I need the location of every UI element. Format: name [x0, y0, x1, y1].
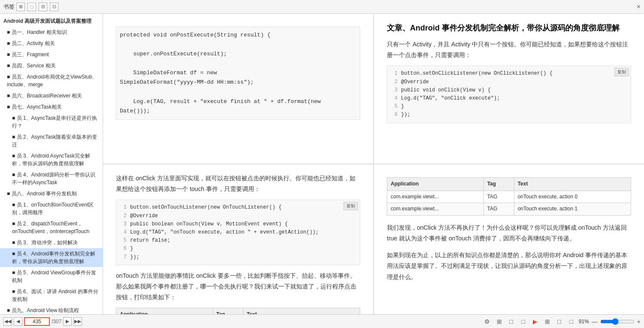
sidebar-item-s1[interactable]: ■ 员一、Handler 相关知识: [0, 27, 103, 38]
copy-button-2[interactable]: 复制: [614, 68, 629, 76]
code-line: 5 }: [391, 103, 627, 111]
settings-icon[interactable]: ⚙: [483, 317, 492, 326]
zoom-minus[interactable]: —: [592, 318, 598, 325]
sidebar-item-s3[interactable]: ■ 员三、Fragment: [0, 49, 103, 60]
sidebar-item-s18[interactable]: ■ 员 6、面试：讲讲 Android 的事件分发机制: [0, 286, 103, 305]
export-icon-2[interactable]: □: [555, 317, 564, 326]
view-icon-1[interactable]: ⊞: [495, 317, 504, 326]
nav-next-button[interactable]: ▶: [63, 317, 72, 326]
table-header: Application: [116, 308, 213, 314]
table-row: com.example.viewt...TAGonTouch execute, …: [387, 203, 631, 216]
sidebar-item-s4[interactable]: ■ 员四、Service 相关: [0, 60, 103, 71]
pane4-text1: 我们发现，onClick 方法不再执行了！为什么会这样呢？你可以先理解成 onT…: [387, 222, 631, 244]
table-header: Tag: [213, 308, 243, 314]
table-header: Tag: [483, 178, 514, 191]
code-line: 4 Log.d("TAG", "onTouch execute, action …: [120, 228, 356, 237]
bottom-right: ⚙ ⊞ □ □ ▶ ⊞ □ □ 91% — +: [483, 317, 641, 326]
code-block-3: 复制 1button.setOnTouchListener(new OnTouc…: [116, 200, 360, 265]
pane2-code-lines: 1button.setOnClickListener(new OnClickLi…: [391, 70, 627, 119]
sidebar-item-s15[interactable]: ■ 员 3、滑动冲突，如何解决: [0, 237, 103, 248]
zoom-plus[interactable]: +: [637, 318, 641, 325]
code-line: 5 return false;: [120, 237, 356, 245]
sidebar-item-s14[interactable]: ■ 员 2、dispatchTouchEvent，onTouchEvent，on…: [0, 218, 103, 237]
sidebar-item-s10[interactable]: ■ 员 3、Android AsyncTask完全解析，带你从源码的角度彻底理解: [0, 150, 103, 169]
sidebar-item-s17[interactable]: ■ 员 5、Android ViewGroup事件分发机制: [0, 267, 103, 286]
page-input[interactable]: [24, 317, 50, 326]
toolbar-icon-3[interactable]: ⊟: [39, 3, 47, 11]
zoom-slider[interactable]: [600, 318, 635, 325]
sidebar-item-s7[interactable]: ■ 员七、AsyncTask相关: [0, 101, 103, 112]
code-line: 2 @Override: [391, 78, 627, 86]
table-header: Application: [387, 178, 484, 191]
pane4-text2: 如果到现在为止，以上的所有知识点你都是清楚的，那么说明你对 Android 事件…: [387, 250, 631, 282]
pane3-code-lines: 1button.setOnTouchListener(new OnTouchLi…: [120, 203, 356, 261]
bottom-left: ◀◀ ◀ /307 ▶ ▶▶: [3, 317, 82, 326]
top-bar-close[interactable]: ×: [637, 3, 641, 11]
article-title: 文章、Android 事件分发机制完全解析，带你从源码的角度彻底理解: [387, 22, 631, 34]
code-line: 6 }: [120, 245, 356, 253]
sidebar-item-s13[interactable]: ■ 员 1、onTouch和onTouchEvent区别，调用顺序: [0, 199, 103, 218]
sidebar-item-s8[interactable]: ■ 员 1、AsyncTask是串行还是并行执行？: [0, 112, 103, 131]
sidebar: Android 高级开发面试题以及答案整理■ 员一、Handler 相关知识■ …: [0, 14, 103, 314]
code-line: 1button.setOnClickListener(new OnClickLi…: [391, 70, 627, 78]
code-line: 7});: [120, 253, 356, 261]
table-header: Text: [243, 308, 360, 314]
pane-1: protected void onPostExecute(String resu…: [103, 14, 374, 164]
pane3-table: ApplicationTagText com.example.viewt...T…: [116, 308, 360, 314]
export-icon-3[interactable]: □: [567, 317, 576, 326]
code-line: 2 @Override: [120, 212, 356, 220]
view-icon-3[interactable]: □: [519, 317, 528, 326]
code-line: 4 Log.d("TAG", "onClick execute");: [391, 94, 627, 103]
sidebar-item-s11[interactable]: ■ 员 4、Android源码分析一带你认识不一样的AsyncTask: [0, 169, 103, 188]
export-icon-1[interactable]: ⊞: [543, 317, 552, 326]
top-bar-title: 书签: [3, 3, 15, 11]
pane-4: ApplicationTagText com.example.viewt...T…: [374, 164, 644, 314]
toolbar-icon-2[interactable]: □: [27, 3, 36, 11]
sidebar-item-s2[interactable]: ■ 员二、Activity 相关: [0, 38, 103, 49]
main-layout: Android 高级开发面试题以及答案整理■ 员一、Handler 相关知识■ …: [0, 14, 644, 314]
table-header: Text: [514, 178, 631, 191]
sidebar-item-s12[interactable]: ■ 员八、Android 事件分发机制: [0, 188, 103, 199]
content-area: protected void onPostExecute(String resu…: [103, 14, 644, 314]
code-line: 6});: [391, 111, 627, 119]
copy-button-3[interactable]: 复制: [343, 202, 358, 210]
sidebar-item-s0[interactable]: Android 高级开发面试题以及答案整理: [0, 15, 103, 27]
code-line: 3 public void onClick(View v) {: [391, 86, 627, 94]
pane3-text1: 这样在 onClick 方法里面写实现，就可以在按钮被点击的时候执行。你可能也已…: [116, 173, 360, 194]
nav-prev-button[interactable]: ◀: [14, 317, 22, 326]
toolbar-icon-1[interactable]: ⊞: [16, 3, 25, 11]
pane3-text2: onTouch 方法里能做的事情比 onClick 要多一些，比如判断手指按下、…: [116, 270, 360, 303]
table-row: com.example.viewt...TAGonTouch execute, …: [387, 191, 631, 203]
page-total: /307: [52, 319, 61, 325]
code-block-1: protected void onPostExecute(String resu…: [116, 27, 360, 120]
pane-2: 文章、Android 事件分发机制完全解析，带你从源码的角度彻底理解 只有一个 …: [374, 14, 644, 164]
nav-last-button[interactable]: ▶▶: [73, 317, 82, 326]
bottom-bar: ◀◀ ◀ /307 ▶ ▶▶ ⚙ ⊞ □ □ ▶ ⊞ □ □ 91% — +: [0, 314, 644, 328]
code-line: 1button.setOnTouchListener(new OnTouchLi…: [120, 203, 356, 212]
sidebar-item-s5[interactable]: ■ 员五、Android布局优化之ViewStub、include、merge: [0, 71, 103, 90]
top-bar-left: 书签 ⊞ □ ⊟ ⊡: [3, 3, 58, 11]
sidebar-item-s6[interactable]: ■ 员六、BroadcastReceiver 相关: [0, 90, 103, 101]
sidebar-item-s9[interactable]: ■ 员 2、AsyncTask随着安卓版本的变迁: [0, 131, 103, 150]
sidebar-item-s16[interactable]: ■ 员 4、Android事件分发机制完全解析，带你从源码的角度彻底理解: [0, 248, 103, 267]
code-line: 3 public boolean onTouch(View v, MotionE…: [120, 220, 356, 228]
nav-first-button[interactable]: ◀◀: [3, 317, 12, 326]
view-icon-2[interactable]: □: [507, 317, 516, 326]
pane2-text1: 只有一个 Activity，并且 Activity 中只有一个按钮。你可能已经知…: [387, 39, 631, 61]
pane-3: 这样在 onClick 方法里面写实现，就可以在按钮被点击的时候执行。你可能也已…: [103, 164, 374, 314]
pane4-table: ApplicationTagText com.example.viewt...T…: [387, 177, 631, 216]
sidebar-item-s19[interactable]: ■ 员九、Android View 绘制流程: [0, 305, 103, 314]
toolbar-icon-4[interactable]: ⊡: [50, 3, 58, 11]
code-block-2: 复制 1button.setOnClickListener(new OnClic…: [387, 66, 631, 123]
zoom-level: 91%: [579, 319, 589, 325]
top-bar: 书签 ⊞ □ ⊟ ⊡ ×: [0, 0, 644, 14]
play-icon[interactable]: ▶: [531, 317, 540, 326]
top-bar-icons: ⊞ □ ⊟ ⊡: [16, 3, 58, 11]
